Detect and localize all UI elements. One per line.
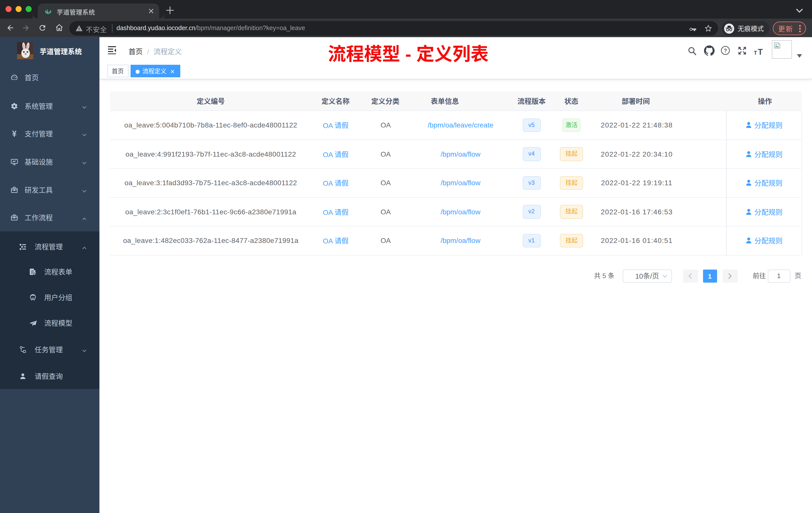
svg-text:?: ? — [724, 48, 727, 54]
svg-text:T: T — [758, 47, 763, 55]
svg-text:T: T — [754, 50, 757, 55]
